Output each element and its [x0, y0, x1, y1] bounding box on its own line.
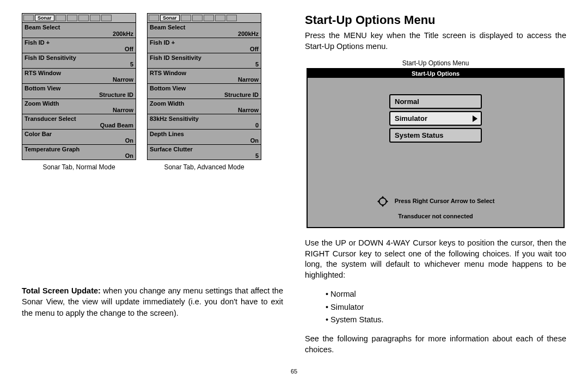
device-title: Start-Up Options	[308, 69, 564, 78]
menu-row: Fish ID +Off	[22, 38, 136, 53]
svg-marker-4	[386, 200, 388, 203]
menu-value: 5	[24, 61, 133, 68]
para-seemore: See the following paragraphs for more in…	[305, 334, 566, 355]
tab-bar: Sonar	[147, 13, 261, 22]
menu-row: Transducer SelectQuad Beam	[22, 114, 136, 130]
heading-startup: Start-Up Options Menu	[305, 13, 566, 27]
menu-body-advanced: Beam Select200kHzFish ID +OffFish ID Sen…	[147, 22, 261, 160]
menu-label: RTS Window	[150, 70, 259, 76]
menu-value: On	[24, 137, 133, 144]
right-column: Start-Up Options Menu Press the MENU key…	[305, 13, 566, 363]
bullet-item: Normal	[326, 288, 566, 301]
menu-label: 83kHz Sensitivity	[150, 115, 259, 122]
menu-row: Fish ID Sensitivity5	[148, 53, 261, 69]
menu-value: 5	[150, 61, 259, 68]
menu-row: RTS WindowNarrow	[148, 69, 261, 84]
device-hint-line: Press Right Cursor Arrow to Select	[308, 195, 564, 207]
menu-label: Transducer Select	[24, 115, 133, 122]
menu-label: Temperature Graph	[24, 146, 133, 152]
menu-value: Off	[150, 46, 259, 52]
menu-value: On	[24, 152, 133, 159]
menu-label: Surface Clutter	[150, 146, 259, 152]
menu-row: Color BarOn	[22, 130, 136, 145]
menu-row: Beam Select200kHz	[148, 23, 261, 38]
bullet-item: Simulator	[326, 301, 566, 314]
menu-label: Beam Select	[150, 24, 259, 30]
caption-normal: Sonar Tab, Normal Mode	[22, 163, 136, 171]
menu-label: Bottom View	[150, 85, 259, 91]
tab-icon	[101, 15, 112, 21]
arrow-right-icon	[473, 115, 477, 122]
menu-label: Zoom Width	[24, 100, 133, 107]
menu-row: 83kHz Sensitivity0	[148, 114, 261, 130]
menu-row: Beam Select200kHz	[22, 23, 136, 38]
tab-bar: Sonar	[22, 13, 136, 22]
tab-icon	[226, 15, 237, 21]
menu-label: Beam Select	[24, 24, 133, 30]
menu-row: Depth LinesOn	[148, 130, 261, 145]
menu-value: Narrow	[150, 107, 259, 113]
menu-row: Temperature GraphOn	[22, 145, 136, 160]
svg-marker-3	[377, 200, 379, 203]
total-screen-update-text: Total Screen Update: when you change any…	[22, 285, 283, 318]
sonar-menu-normal: Sonar Beam Select200kHzFish ID +OffFish …	[22, 13, 136, 171]
startup-option[interactable]: Normal	[389, 94, 482, 109]
tab-icon	[149, 15, 159, 21]
page-number: 65	[0, 368, 588, 375]
menu-label: Bottom View	[24, 85, 133, 91]
tsu-bold: Total Screen Update:	[22, 286, 101, 295]
menu-value: Off	[24, 46, 133, 52]
menu-row: Bottom ViewStructure ID	[22, 84, 136, 99]
startup-option[interactable]: System Status	[389, 128, 482, 143]
menu-label: Fish ID +	[24, 39, 133, 46]
menu-label: Fish ID Sensitivity	[150, 54, 259, 61]
menu-body-normal: Beam Select200kHzFish ID +OffFish ID Sen…	[22, 22, 136, 160]
para-cursor: Use the UP or DOWN 4-WAY Cursor keys to …	[305, 238, 566, 280]
sonar-menus-row: Sonar Beam Select200kHzFish ID +OffFish …	[22, 13, 283, 171]
tab-icon	[181, 15, 191, 21]
bullet-item: System Status.	[326, 314, 566, 326]
menu-row: RTS WindowNarrow	[22, 69, 136, 84]
device-caption: Start-Up Options Menu	[305, 59, 566, 67]
device-footer: Press Right Cursor Arrow to Select Trans…	[308, 190, 564, 219]
svg-point-0	[379, 198, 386, 205]
menu-row: Surface Clutter5	[148, 145, 261, 160]
para-intro: Press the MENU key when the Title screen…	[305, 30, 566, 52]
menu-label: Zoom Width	[150, 100, 259, 107]
svg-marker-2	[381, 205, 384, 207]
device-screenshot: Start-Up Options NormalSimulatorSystem S…	[307, 68, 565, 228]
menu-value: Narrow	[24, 107, 133, 113]
tab-icon	[23, 15, 34, 21]
menu-label: Fish ID Sensitivity	[24, 54, 133, 61]
menu-value: Structure ID	[150, 91, 259, 98]
menu-row: Zoom WidthNarrow	[148, 99, 261, 114]
menu-value: 200kHz	[24, 30, 133, 37]
menu-label: Color Bar	[24, 131, 133, 137]
startup-option[interactable]: Simulator	[389, 111, 482, 126]
tab-sonar: Sonar	[160, 15, 180, 21]
menu-value: 200kHz	[150, 30, 259, 37]
menu-value: On	[150, 137, 259, 144]
tab-icon	[67, 15, 77, 21]
sonar-menu-advanced: Sonar Beam Select200kHzFish ID +OffFish …	[147, 13, 261, 171]
device-status: Transducer not connected	[308, 213, 564, 219]
menu-row: Bottom ViewStructure ID	[148, 84, 261, 99]
menu-label: RTS Window	[24, 70, 133, 76]
menu-value: 0	[150, 122, 259, 128]
menu-value: 5	[150, 152, 259, 159]
tab-icon	[90, 15, 100, 21]
device-options: NormalSimulatorSystem Status	[308, 78, 564, 143]
svg-marker-1	[381, 196, 384, 198]
tab-icon	[78, 15, 89, 21]
bullet-list: NormalSimulatorSystem Status.	[305, 288, 566, 326]
caption-advanced: Sonar Tab, Advanced Mode	[147, 163, 261, 171]
menu-label: Depth Lines	[150, 131, 259, 137]
left-column: Sonar Beam Select200kHzFish ID +OffFish …	[22, 13, 283, 363]
tab-sonar: Sonar	[35, 15, 54, 21]
menu-value: Quad Beam	[24, 122, 133, 128]
menu-value: Narrow	[150, 76, 259, 83]
menu-row: Fish ID Sensitivity5	[22, 53, 136, 69]
tab-icon	[56, 15, 66, 21]
menu-row: Zoom WidthNarrow	[22, 99, 136, 114]
cursor-icon	[377, 195, 389, 207]
